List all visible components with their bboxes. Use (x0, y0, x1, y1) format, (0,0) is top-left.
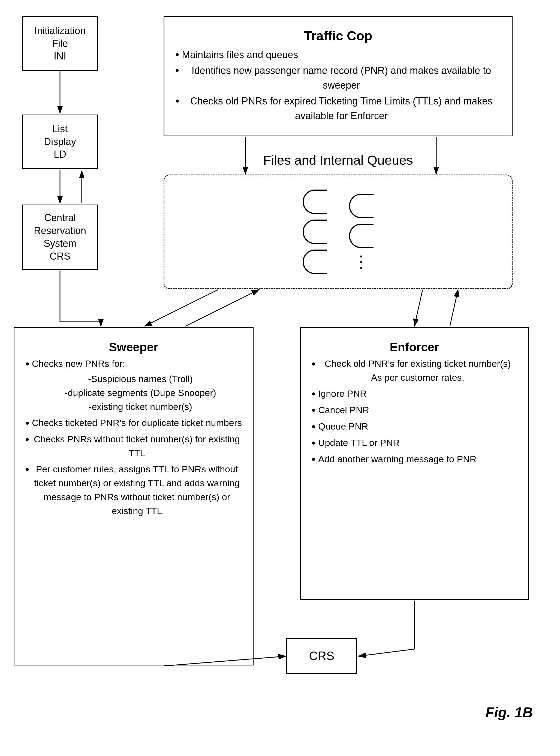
queue-symbol-1 (303, 190, 327, 214)
svg-line-7 (144, 290, 218, 326)
fig-label: Fig. 1B (485, 704, 533, 720)
traffic-cop-box: Traffic Cop • Maintains files and queues… (164, 16, 513, 136)
diagram-container: InitializationFileINI ListDisplayLD Cent… (0, 0, 560, 756)
queue-symbol-2 (303, 220, 327, 244)
ld-box: ListDisplayLD (22, 115, 98, 169)
sweeper-title: Sweeper (25, 340, 242, 354)
svg-line-10 (450, 290, 458, 326)
queue-visual: ⋮ (164, 175, 513, 289)
crs-bottom-text: CRS (309, 649, 335, 663)
queue-col-2: ⋮ (349, 194, 374, 270)
ini-box-text: InitializationFileINI (34, 24, 86, 63)
queue-dots: ⋮ (349, 254, 374, 270)
svg-line-8 (185, 290, 259, 326)
enforcer-title: Enforcer (312, 340, 517, 354)
sweeper-content: • Checks new PNRs for: -Suspicious names… (25, 357, 242, 518)
svg-line-9 (415, 290, 423, 326)
crs-top-box: CentralReservationSystemCRS (22, 204, 98, 270)
enforcer-content: • Check old PNR's for existing ticket nu… (312, 357, 517, 466)
sweeper-box: Sweeper • Checks new PNRs for: -Suspicio… (14, 327, 254, 665)
queue-symbol-4 (349, 194, 374, 218)
svg-line-16 (359, 649, 415, 656)
ini-box: InitializationFileINI (22, 16, 98, 71)
queue-symbol-3 (303, 250, 327, 274)
queue-col-1 (303, 190, 327, 274)
files-queues-label: Files and Internal Queues (164, 153, 513, 168)
traffic-cop-content: • Maintains files and queues • Identifie… (175, 47, 501, 123)
queue-symbol-5 (349, 224, 374, 248)
traffic-cop-title: Traffic Cop (175, 28, 501, 43)
crs-bottom-box: CRS (286, 638, 357, 674)
ld-box-text: ListDisplayLD (44, 123, 76, 161)
crs-top-box-text: CentralReservationSystemCRS (34, 212, 86, 263)
enforcer-box: Enforcer • Check old PNR's for existing … (300, 327, 529, 600)
